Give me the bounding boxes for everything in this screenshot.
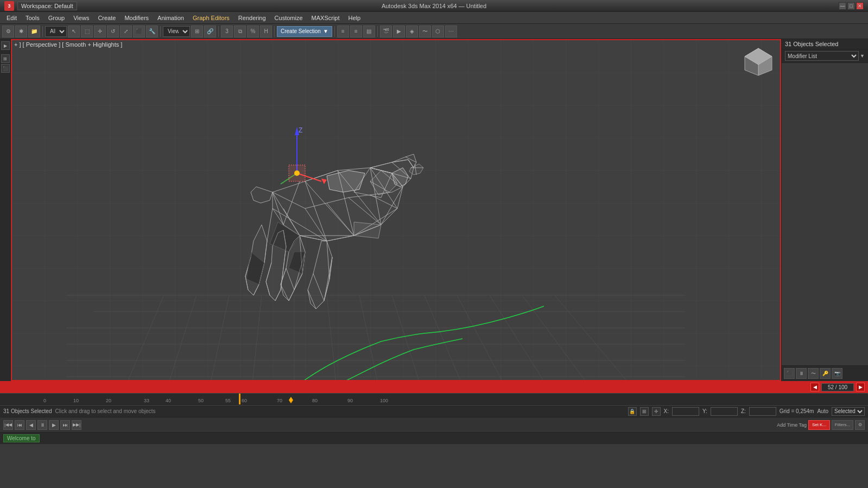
menu-bar: Edit Tools Group Views Create Modifiers … bbox=[0, 12, 868, 24]
close-button[interactable]: ✕ bbox=[856, 2, 864, 10]
menu-create[interactable]: Create bbox=[93, 14, 120, 22]
timeline-prev[interactable]: ◀ bbox=[810, 383, 819, 391]
toolbar-btn-render2[interactable]: ▶ bbox=[393, 26, 405, 37]
ruler-label-55: 55 bbox=[225, 398, 231, 403]
menu-rendering[interactable]: Rendering bbox=[234, 14, 270, 22]
workspace-dropdown[interactable]: Workspace: Default bbox=[17, 2, 77, 10]
region-select-btn[interactable]: ⬚ bbox=[81, 26, 93, 37]
x-field[interactable] bbox=[672, 407, 699, 416]
rotate-btn[interactable]: ↺ bbox=[107, 26, 119, 37]
toolbar-btn-layer3[interactable]: ▤ bbox=[363, 26, 375, 37]
filter-dropdown[interactable]: All bbox=[45, 26, 67, 37]
z-field[interactable] bbox=[749, 407, 776, 416]
ruler-label-0: 0 bbox=[43, 398, 46, 403]
toolbar-btn-more[interactable]: ⋯ bbox=[445, 26, 457, 37]
ruler-label-90: 90 bbox=[347, 398, 353, 403]
grid-label: Grid = 0,254m bbox=[780, 408, 814, 414]
toolbar-btn-2[interactable]: ✱ bbox=[15, 26, 27, 37]
toolbar-sep-4 bbox=[274, 26, 275, 37]
selected-dropdown[interactable]: Selected bbox=[832, 407, 865, 416]
ctrl-btn-1[interactable]: |◀◀ bbox=[3, 420, 13, 430]
menu-modifiers[interactable]: Modifiers bbox=[120, 14, 153, 22]
menu-views[interactable]: Views bbox=[69, 14, 93, 22]
toolbar-btn-group[interactable]: ⬛ bbox=[133, 26, 145, 37]
menu-help[interactable]: Help bbox=[344, 14, 365, 22]
right-panel: 31 Objects Selected Modifier List ▼ ⬛ ⏸ … bbox=[781, 39, 868, 381]
toolbar-btn-layer2[interactable]: ≡ bbox=[350, 26, 362, 37]
menu-graph-editors[interactable]: Graph Editors bbox=[188, 14, 234, 22]
sidebar-btn-2[interactable]: ⬛ bbox=[1, 64, 10, 73]
ruler-label-33: 33 bbox=[144, 398, 149, 403]
status-lock-btn[interactable]: 🔒 bbox=[628, 407, 637, 416]
toolbar-sep-6 bbox=[377, 26, 378, 37]
toolbar-btn-snap[interactable]: 🔧 bbox=[146, 26, 158, 37]
modifier-list-dropdown[interactable]: Modifier List bbox=[785, 51, 859, 61]
rp-icon-key[interactable]: 🔑 bbox=[820, 368, 831, 379]
toolbar-btn-schematic[interactable]: ⬡ bbox=[432, 26, 444, 37]
toolbar-btn-curves[interactable]: 〜 bbox=[419, 26, 431, 37]
ctrl-btn-2[interactable]: ⏮ bbox=[15, 420, 24, 430]
sidebar-btn-1[interactable]: ⊞ bbox=[1, 54, 10, 63]
nav-cube[interactable] bbox=[742, 46, 775, 78]
minimize-button[interactable]: — bbox=[839, 2, 846, 10]
ctrl-btn-play[interactable]: ▶ bbox=[49, 420, 59, 430]
toolbar-btn-align[interactable]: ⊞ bbox=[191, 26, 203, 37]
modifier-list-header: Modifier List ▼ bbox=[782, 49, 868, 63]
sidebar-play-btn[interactable]: ▶ bbox=[1, 41, 10, 50]
create-selection-dropdown[interactable]: Create Selection ▼ bbox=[277, 26, 332, 37]
viewport[interactable]: + ] [ Perspective ] [ Smooth + Highlight… bbox=[11, 39, 781, 381]
toolbar-btn-5[interactable]: 3 bbox=[221, 26, 233, 37]
ctrl-btn-4[interactable]: ⏸ bbox=[37, 420, 47, 430]
menu-maxscript[interactable]: MAXScript bbox=[307, 14, 344, 22]
toolbar-btn-1[interactable]: ⚙ bbox=[2, 26, 14, 37]
move-btn[interactable]: ✛ bbox=[94, 26, 106, 37]
toolbar-btn-render[interactable]: 🎬 bbox=[380, 26, 392, 37]
keyframe-marker bbox=[289, 397, 293, 403]
timeline-ruler[interactable]: 0 10 20 33 40 50 55 60 70 80 90 100 bbox=[0, 393, 868, 405]
menu-animation[interactable]: Animation bbox=[153, 14, 188, 22]
timeline-bar: ◀ 52 / 100 ▶ bbox=[0, 381, 868, 393]
rp-icon-curve[interactable]: 〜 bbox=[808, 368, 819, 379]
maximize-button[interactable]: □ bbox=[847, 2, 855, 10]
rp-icon-1[interactable]: ⬛ bbox=[784, 368, 795, 379]
x-label: X: bbox=[664, 408, 669, 414]
ruler-label-80: 80 bbox=[312, 398, 318, 403]
svg-marker-31 bbox=[251, 187, 273, 203]
toolbar-btn-mat[interactable]: ◈ bbox=[406, 26, 418, 37]
ruler-label-60: 60 bbox=[242, 398, 247, 403]
toolbar-btn-link[interactable]: 🔗 bbox=[204, 26, 216, 37]
toolbar-btn-mirror[interactable]: ⧉ bbox=[234, 26, 246, 37]
auto-key-btn[interactable]: Set K... bbox=[808, 420, 830, 430]
status-grid-btn[interactable]: ⊞ bbox=[640, 407, 649, 416]
toolbar-sep-2 bbox=[160, 26, 161, 37]
menu-edit[interactable]: Edit bbox=[2, 14, 21, 22]
select-btn[interactable]: ↖ bbox=[68, 26, 80, 37]
view-dropdown[interactable]: View bbox=[163, 26, 190, 37]
filters-btn[interactable]: Filters... bbox=[832, 420, 853, 430]
ruler-label-100: 100 bbox=[380, 398, 388, 403]
status-snap-btn[interactable]: ✛ bbox=[652, 407, 661, 416]
toolbar-btn-percent[interactable]: % bbox=[247, 26, 259, 37]
toolbar-btn-h[interactable]: H bbox=[260, 26, 272, 37]
menu-tools[interactable]: Tools bbox=[21, 14, 44, 22]
toolbar-btn-3[interactable]: 📁 bbox=[28, 26, 40, 37]
title-bar-controls: — □ ✕ bbox=[839, 2, 864, 10]
svg-marker-97 bbox=[354, 222, 381, 238]
toolbar-btn-layer[interactable]: ≡ bbox=[337, 26, 349, 37]
svg-line-20 bbox=[522, 295, 598, 380]
ctrl-btn-3[interactable]: ◀ bbox=[26, 420, 36, 430]
y-field[interactable] bbox=[711, 407, 738, 416]
time-config-btn[interactable]: ⚙ bbox=[855, 420, 865, 430]
ctrl-btn-6[interactable]: ▶▶| bbox=[72, 420, 81, 430]
ctrl-btn-5[interactable]: ⏭ bbox=[60, 420, 70, 430]
wireframe-animal: Z bbox=[164, 84, 479, 328]
main-area: ▶ ⊞ ⬛ + ] [ Perspective ] [ Smooth + Hig… bbox=[0, 39, 868, 381]
timeline-next[interactable]: ▶ bbox=[856, 383, 865, 391]
scale-btn[interactable]: ⤢ bbox=[120, 26, 132, 37]
toolbar-sep-5 bbox=[334, 26, 335, 37]
welcome-tab[interactable]: Welcome to bbox=[3, 434, 40, 442]
menu-customize[interactable]: Customize bbox=[270, 14, 307, 22]
menu-group[interactable]: Group bbox=[44, 14, 69, 22]
rp-icon-camera[interactable]: 📷 bbox=[832, 368, 842, 379]
rp-icon-pause[interactable]: ⏸ bbox=[796, 368, 807, 379]
